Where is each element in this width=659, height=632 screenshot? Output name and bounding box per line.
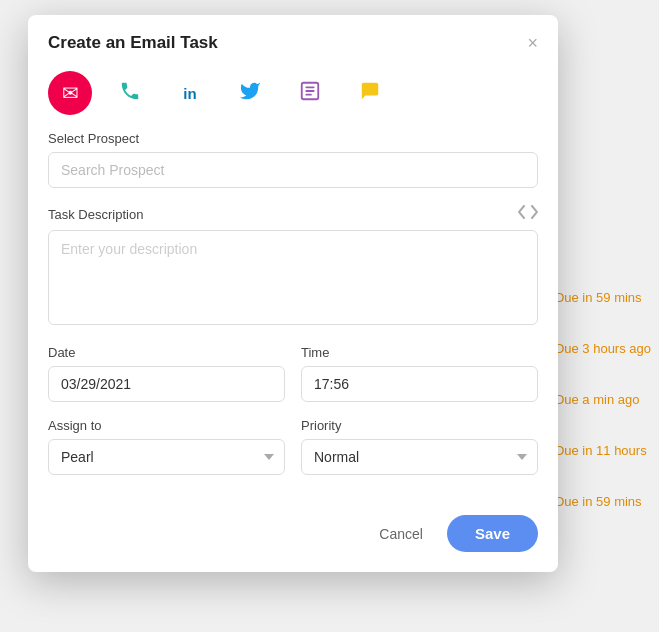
- tab-linkedin[interactable]: in: [168, 71, 212, 115]
- select-prospect-section: Select Prospect: [48, 131, 538, 188]
- modal-body: Select Prospect Task Description Date: [28, 131, 558, 507]
- task-description-section: Task Description: [48, 204, 538, 329]
- save-button[interactable]: Save: [447, 515, 538, 552]
- tab-email[interactable]: ✉: [48, 71, 92, 115]
- custom-task-icon: [299, 80, 321, 107]
- time-label: Time: [301, 345, 538, 360]
- modal-footer: Cancel Save: [28, 507, 558, 572]
- cancel-button[interactable]: Cancel: [367, 518, 435, 550]
- date-col: Date: [48, 345, 285, 402]
- time-col: Time: [301, 345, 538, 402]
- assign-to-select[interactable]: Pearl: [48, 439, 285, 475]
- assign-to-col: Assign to Pearl: [48, 418, 285, 475]
- due-labels-list: Due in 59 mins Due 3 hours ago Due a min…: [555, 290, 659, 509]
- linkedin-icon: in: [183, 85, 196, 102]
- task-description-header: Task Description: [48, 204, 538, 224]
- description-textarea[interactable]: [48, 230, 538, 325]
- tab-twitter[interactable]: [228, 71, 272, 115]
- twitter-icon: [239, 80, 261, 107]
- tab-chat[interactable]: [348, 71, 392, 115]
- date-time-row: Date Time: [48, 345, 538, 402]
- code-brackets-icon[interactable]: [518, 204, 538, 224]
- search-prospect-input[interactable]: [48, 152, 538, 188]
- modal-header: Create an Email Task ×: [28, 15, 558, 67]
- modal-title: Create an Email Task: [48, 33, 218, 53]
- priority-col: Priority Normal: [301, 418, 538, 475]
- create-email-task-modal: Create an Email Task × ✉ in: [28, 15, 558, 572]
- tab-phone[interactable]: [108, 71, 152, 115]
- due-label-4: Due in 11 hours: [555, 443, 659, 458]
- chat-icon: [359, 80, 381, 107]
- assign-to-label: Assign to: [48, 418, 285, 433]
- time-input[interactable]: [301, 366, 538, 402]
- priority-label: Priority: [301, 418, 538, 433]
- close-button[interactable]: ×: [527, 34, 538, 52]
- phone-icon: [119, 80, 141, 107]
- date-input[interactable]: [48, 366, 285, 402]
- select-prospect-label: Select Prospect: [48, 131, 538, 146]
- due-label-2: Due 3 hours ago: [555, 341, 659, 356]
- task-type-tabs: ✉ in: [28, 67, 558, 131]
- date-label: Date: [48, 345, 285, 360]
- due-label-3: Due a min ago: [555, 392, 659, 407]
- assign-priority-row: Assign to Pearl Priority Normal: [48, 418, 538, 475]
- email-icon: ✉: [62, 81, 79, 105]
- due-label-5: Due in 59 mins: [555, 494, 659, 509]
- priority-select[interactable]: Normal: [301, 439, 538, 475]
- due-label-1: Due in 59 mins: [555, 290, 659, 305]
- task-description-label: Task Description: [48, 207, 143, 222]
- tab-custom[interactable]: [288, 71, 332, 115]
